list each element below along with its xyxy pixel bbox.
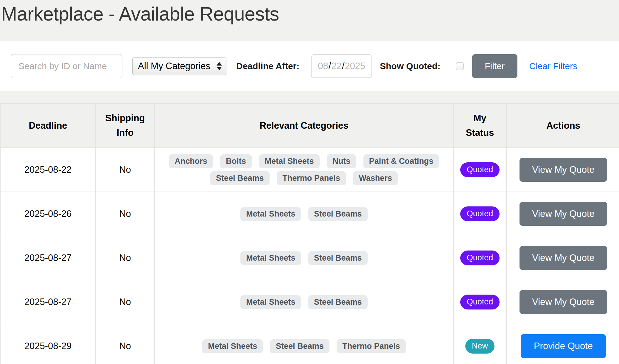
category-chip: Thermo Panels (337, 339, 406, 353)
status-cell: New (453, 324, 506, 364)
table-row: 2025-08-22 No Anchors Bolts Metal Sheets… (0, 148, 619, 192)
shipping-info-cell: No (96, 324, 155, 364)
table-row: 2025-08-26 No Metal Sheets Steel Beams Q… (0, 192, 619, 236)
date-separator: / (328, 61, 332, 71)
category-chip: Metal Sheets (240, 251, 301, 265)
categories-cell: Metal Sheets Steel Beams (155, 192, 453, 236)
filter-bar: All My Categories Deadline After: 08 / 2… (0, 41, 619, 91)
provide-quote-button[interactable]: Provide Quote (521, 334, 606, 358)
actions-cell: View My Quote (506, 236, 619, 280)
status-badge: Quoted (460, 295, 500, 309)
category-chip: Steel Beams (308, 251, 368, 265)
status-cell: Quoted (453, 280, 506, 324)
categories-cell: Metal Sheets Steel Beams (155, 280, 453, 324)
date-year: 2025 (345, 61, 365, 71)
category-chip: Steel Beams (308, 207, 368, 221)
status-badge: Quoted (460, 162, 500, 177)
view-my-quote-button[interactable]: View My Quote (520, 158, 607, 182)
shipping-info-cell: No (96, 192, 155, 236)
column-header-my-status: My Status (453, 104, 506, 148)
category-chip: Metal Sheets (202, 339, 263, 353)
date-month: 08 (318, 61, 328, 71)
status-cell: Quoted (453, 236, 506, 280)
category-chip: Metal Sheets (240, 207, 301, 221)
page-title: Marketplace - Available Requests (0, 0, 619, 25)
table-row: 2025-08-29 No Metal Sheets Steel Beams T… (0, 324, 619, 364)
column-header-deadline: Deadline (0, 104, 96, 148)
deadline-cell: 2025-08-22 (0, 148, 96, 192)
date-separator: / (342, 61, 345, 71)
view-my-quote-button[interactable]: View My Quote (520, 246, 607, 270)
table-row: 2025-08-27 No Metal Sheets Steel Beams Q… (0, 280, 619, 324)
deadline-cell: 2025-08-27 (0, 236, 96, 280)
categories-cell: Metal Sheets Steel Beams (155, 236, 453, 280)
actions-cell: View My Quote (506, 192, 619, 236)
show-quoted-label: Show Quoted: (380, 61, 440, 71)
category-chip: Steel Beams (308, 295, 368, 309)
category-chip: Nuts (327, 154, 356, 168)
column-header-relevant-categories: Relevant Categories (155, 104, 453, 148)
status-badge: Quoted (460, 251, 500, 265)
actions-cell: View My Quote (506, 280, 619, 324)
status-cell: Quoted (453, 148, 506, 192)
column-header-shipping-info: Shipping Info (96, 104, 155, 148)
deadline-after-label: Deadline After: (236, 61, 299, 71)
actions-cell: Provide Quote (506, 324, 619, 364)
deadline-cell: 2025-08-29 (0, 324, 96, 364)
column-header-actions: Actions (506, 104, 619, 148)
category-select[interactable]: All My Categories (132, 57, 226, 75)
category-chip: Anchors (169, 154, 213, 168)
filter-button[interactable]: Filter (472, 54, 517, 78)
view-my-quote-button[interactable]: View My Quote (520, 202, 607, 226)
requests-table: Deadline Shipping Info Relevant Categori… (0, 103, 619, 364)
category-chip: Bolts (220, 154, 252, 168)
category-select-value: All My Categories (138, 61, 210, 71)
clear-filters-link[interactable]: Clear Filters (529, 61, 578, 71)
shipping-info-cell: No (96, 148, 155, 192)
categories-cell: Metal Sheets Steel Beams Thermo Panels (155, 324, 453, 364)
table-row: 2025-08-27 No Metal Sheets Steel Beams Q… (0, 236, 619, 280)
search-input[interactable] (11, 54, 122, 78)
show-quoted-checkbox[interactable] (456, 62, 464, 70)
status-badge: Quoted (460, 206, 500, 221)
category-chip: Thermo Panels (277, 171, 346, 185)
actions-cell: View My Quote (506, 148, 619, 192)
shipping-info-cell: No (96, 280, 155, 324)
view-my-quote-button[interactable]: View My Quote (520, 290, 607, 314)
categories-cell: Anchors Bolts Metal Sheets Nuts Paint & … (155, 148, 453, 192)
deadline-cell: 2025-08-26 (0, 192, 96, 236)
category-chip: Paint & Coatings (363, 154, 439, 168)
shipping-info-cell: No (96, 236, 155, 280)
date-day: 22 (331, 61, 341, 71)
select-updown-arrows-icon (217, 62, 222, 70)
category-chip: Washers (353, 171, 398, 185)
deadline-date-input[interactable]: 08 / 22 / 2025 (311, 54, 372, 78)
status-badge: New (465, 339, 494, 354)
table-header-row: Deadline Shipping Info Relevant Categori… (0, 104, 619, 148)
category-chip: Steel Beams (210, 171, 270, 185)
category-chip: Metal Sheets (259, 154, 319, 168)
category-chip: Metal Sheets (240, 295, 301, 309)
category-chip: Steel Beams (270, 339, 329, 353)
deadline-cell: 2025-08-27 (0, 280, 96, 324)
status-cell: Quoted (453, 192, 506, 236)
